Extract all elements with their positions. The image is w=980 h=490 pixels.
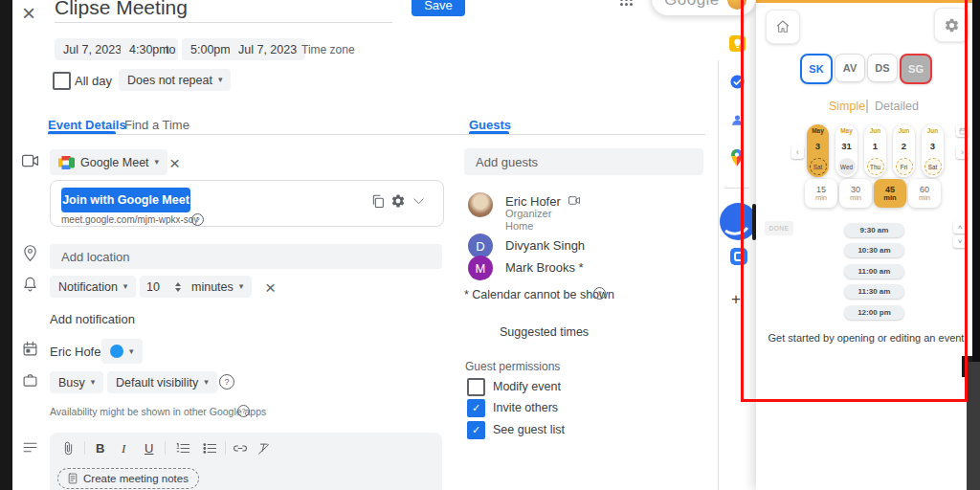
availability-note: Availability might be shown in other Goo… — [50, 406, 266, 417]
duration-60-button[interactable]: 60 min — [908, 179, 941, 208]
suggested-times-link[interactable]: Suggested times — [500, 325, 589, 339]
keep-icon[interactable] — [729, 35, 746, 52]
add-guests-input[interactable]: Add guests — [464, 148, 703, 175]
notification-unit-select[interactable]: minutes ▾ — [183, 276, 252, 298]
notification-count-stepper[interactable]: 10 — [140, 276, 188, 298]
tab-simple[interactable]: Simple — [829, 100, 865, 113]
mini-calendar-button[interactable] — [956, 125, 969, 137]
duration-30-button[interactable]: 30 min — [839, 179, 872, 208]
link-icon[interactable] — [233, 442, 248, 455]
copy-icon[interactable] — [370, 193, 386, 210]
scroll-down-button[interactable]: ˅ — [953, 235, 967, 248]
guest-name: Eric Hofer — [505, 194, 561, 209]
event-color-select[interactable]: ▾ — [101, 339, 143, 364]
visibility-select[interactable]: Default visibility ▾ — [107, 371, 217, 393]
numbered-list-icon[interactable] — [175, 442, 190, 455]
bold-button[interactable]: B — [96, 441, 104, 456]
start-date-field[interactable]: Jul 7, 2023 — [55, 38, 130, 60]
strip-divider — [724, 188, 749, 189]
time-slot-button[interactable]: 9:30 am — [844, 223, 904, 237]
profile-chip-av[interactable]: AV — [835, 54, 865, 82]
guest-role: Organizer — [505, 208, 551, 219]
dates-prev-button[interactable]: ‹ — [791, 145, 804, 159]
help-icon[interactable]: ? — [593, 287, 606, 300]
repeat-select[interactable]: Does not repeat ▾ — [119, 69, 231, 91]
done-button[interactable]: DONE — [765, 221, 793, 235]
create-meeting-notes-button[interactable]: Create meeting notes — [57, 468, 199, 489]
chevron-down-icon: ▾ — [204, 378, 209, 387]
description-icon — [22, 440, 38, 455]
remove-notification-icon[interactable]: × — [265, 278, 276, 297]
home-button[interactable] — [766, 10, 800, 44]
add-notification-link[interactable]: Add notification — [50, 312, 135, 326]
tab-find-a-time[interactable]: Find a Time — [124, 118, 189, 132]
mode-divider — [866, 100, 868, 113]
tab-event-details[interactable]: Event Details — [48, 118, 126, 132]
time-slot-button[interactable]: 10:30 am — [844, 243, 904, 257]
tab-detailed[interactable]: Detailed — [875, 100, 919, 113]
clear-formatting-icon[interactable] — [256, 441, 271, 456]
gear-icon[interactable] — [390, 193, 406, 209]
notification-count-value: 10 — [146, 280, 160, 294]
google-signin-popup[interactable]: Google — [651, 0, 756, 16]
modify-event-checkbox[interactable] — [467, 378, 485, 396]
underline-button[interactable]: U — [145, 441, 153, 456]
help-icon[interactable]: ? — [237, 405, 250, 417]
time-slot-button[interactable]: 11:30 am — [844, 284, 904, 299]
maps-icon[interactable] — [729, 148, 745, 171]
time-slot-button[interactable]: 11:00 am — [844, 264, 904, 278]
time-slot-button[interactable]: 12:00 pm — [844, 305, 904, 320]
extension-square-icon[interactable] — [730, 248, 747, 265]
invite-others-checkbox[interactable]: ✓ — [467, 399, 485, 417]
profile-chip-sk[interactable]: SK — [800, 54, 833, 84]
meet-provider-select[interactable]: Google Meet ▾ — [50, 149, 167, 175]
videocam-icon — [21, 153, 39, 168]
location-input[interactable]: Add location — [50, 244, 442, 269]
create-meeting-notes-label: Create meeting notes — [83, 473, 189, 484]
app-window: × Clipse Meeting Save Google Jul 7, 2023… — [0, 0, 980, 490]
contacts-icon[interactable] — [729, 112, 746, 132]
avatar[interactable] — [727, 0, 746, 10]
see-guest-list-checkbox[interactable]: ✓ — [467, 421, 485, 439]
join-meet-button[interactable]: Join with Google Meet — [61, 188, 190, 212]
busy-value: Busy — [58, 376, 85, 390]
settings-button[interactable] — [934, 8, 969, 42]
chevron-down-icon: ▾ — [239, 282, 244, 291]
all-day-checkbox[interactable] — [53, 72, 71, 90]
get-addons-plus-icon[interactable]: + — [731, 290, 741, 309]
page-title[interactable]: Clipse Meeting — [55, 0, 188, 19]
help-icon[interactable]: ? — [219, 374, 234, 390]
gear-icon — [944, 17, 960, 33]
italic-button[interactable]: I — [122, 441, 125, 457]
date-chip[interactable]: Jun 1 Thu — [864, 124, 886, 177]
duration-45-button[interactable]: 45 min — [874, 179, 906, 208]
dates-next-button[interactable]: › — [956, 145, 969, 159]
date-chip[interactable]: May 31 Wed — [835, 124, 858, 177]
busy-select[interactable]: Busy ▾ — [50, 371, 103, 393]
guest-location: Home — [505, 220, 533, 232]
remove-meet-icon[interactable]: × — [169, 154, 180, 172]
timezone-link[interactable]: Time zone — [301, 43, 355, 56]
profile-chip-sg[interactable]: SG — [900, 54, 932, 84]
duration-15-button[interactable]: 15 min — [805, 179, 837, 208]
google-meet-icon — [58, 156, 75, 169]
save-button[interactable]: Save — [412, 0, 465, 16]
attachment-icon[interactable] — [61, 440, 76, 457]
end-date-field[interactable]: Jul 7, 2023 — [230, 38, 305, 60]
bulleted-list-icon[interactable] — [202, 442, 217, 455]
toolbar-divider — [225, 441, 226, 455]
tab-guests[interactable]: Guests — [469, 118, 511, 132]
date-chip[interactable]: Jun 3 Sat — [922, 124, 944, 177]
date-chip[interactable]: Jun 2 Fri — [893, 124, 915, 177]
chevron-down-icon: ▾ — [91, 378, 96, 387]
profile-chip-ds[interactable]: DS — [867, 54, 898, 82]
help-icon[interactable]: ? — [191, 213, 204, 226]
title-underline — [55, 22, 392, 23]
tasks-icon[interactable] — [729, 74, 746, 94]
date-chip[interactable]: May 3 Sat — [807, 124, 829, 177]
scroll-up-button[interactable]: ˄ — [953, 221, 967, 234]
chevron-down-icon[interactable] — [412, 197, 425, 206]
close-icon[interactable]: × — [22, 2, 35, 25]
notification-type-select[interactable]: Notification ▾ — [50, 276, 136, 298]
stepper-arrows-icon[interactable] — [175, 282, 181, 292]
